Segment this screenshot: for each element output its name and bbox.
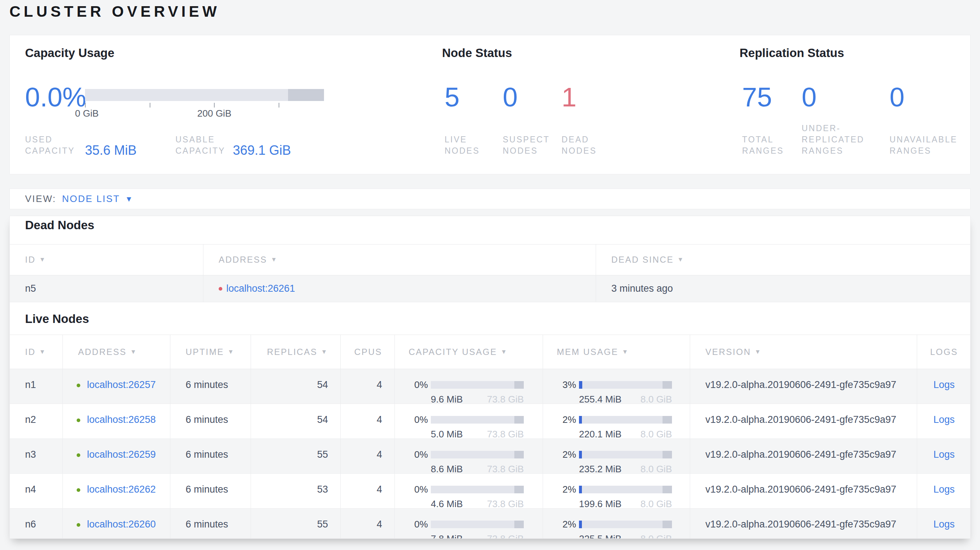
- node-address-link[interactable]: localhost:26258: [87, 414, 156, 425]
- mem-bar-reserved-segment: [663, 451, 672, 458]
- logs-link[interactable]: Logs: [934, 519, 955, 530]
- suspect-nodes-count: 0: [503, 84, 518, 111]
- node-cpus: 4: [340, 369, 395, 404]
- sort-desc-icon[interactable]: ▼: [755, 348, 762, 356]
- live-nodes-table: ID ▼ ADDRESS ▼ UPTIME ▼ REPLICAS ▼ CPUS …: [10, 335, 970, 539]
- sort-desc-icon[interactable]: ▼: [622, 348, 629, 356]
- node-replicas: 54: [251, 369, 340, 404]
- view-dropdown[interactable]: NODE LIST ▼: [62, 193, 133, 205]
- mem-bar-fill: [579, 486, 582, 493]
- capacity-usage-bar: [431, 486, 524, 493]
- dead-status-dot: [219, 287, 222, 291]
- node-replicas: 55: [251, 509, 340, 539]
- capacity-total-value: 73.8 GiB: [487, 533, 524, 539]
- capacity-percent: 0%: [395, 449, 428, 460]
- live-node-row: n2 localhost:26258 6 minutes 54 4 0% 5.0…: [10, 404, 970, 439]
- node-address-link[interactable]: localhost:26260: [87, 519, 156, 530]
- axis-tick: [85, 103, 86, 108]
- live-nodes-label: LIVE NODES: [445, 134, 499, 157]
- replication-status-heading: Replication Status: [740, 46, 844, 60]
- sort-desc-icon[interactable]: ▼: [228, 348, 235, 356]
- capacity-bar-reserved-segment: [514, 451, 524, 458]
- node-version: v19.2.0-alpha.20190606-2491-gfe735c9a97: [690, 404, 917, 439]
- node-address-link[interactable]: localhost:26259: [87, 449, 156, 460]
- used-capacity-label: USED CAPACITY: [25, 134, 87, 157]
- page-title: CLUSTER OVERVIEW: [10, 3, 220, 20]
- logs-link[interactable]: Logs: [934, 379, 955, 390]
- mem-bar-reserved-segment: [663, 416, 672, 424]
- node-address-link[interactable]: localhost:26262: [87, 484, 156, 495]
- live-node-row: n4 localhost:26262 6 minutes 53 4 0% 4.6…: [10, 474, 970, 509]
- mem-bar-reserved-segment: [663, 381, 672, 389]
- logs-link[interactable]: Logs: [934, 449, 955, 460]
- column-header-uptime[interactable]: UPTIME ▼: [170, 335, 251, 369]
- capacity-usage-percent: 0.0%: [25, 84, 86, 111]
- column-header-capacity-usage[interactable]: CAPACITY USAGE ▼: [395, 335, 542, 369]
- capacity-usage-bar: [431, 416, 524, 424]
- live-node-row: n6 localhost:26260 6 minutes 55 4 0% 7.8…: [10, 509, 970, 539]
- live-node-row: n3 localhost:26259 6 minutes 55 4 0% 8.6…: [10, 439, 970, 474]
- dead-nodes-table: ID ▼ ADDRESS ▼ DEAD SINCE ▼ n5 localhost…: [10, 244, 970, 302]
- node-capacity-usage: 0% 5.0 MiB 73.8 GiB: [395, 404, 542, 439]
- axis-tick: [150, 103, 150, 108]
- capacity-percent: 0%: [395, 484, 428, 495]
- dead-since-value: 3 minutes ago: [596, 275, 970, 302]
- column-header-dead-since[interactable]: DEAD SINCE ▼: [596, 245, 970, 275]
- column-header-replicas[interactable]: REPLICAS ▼: [251, 335, 340, 369]
- column-header-address[interactable]: ADDRESS ▼: [62, 335, 170, 369]
- logs-link[interactable]: Logs: [934, 484, 955, 495]
- sort-desc-icon[interactable]: ▼: [678, 256, 684, 263]
- column-header-id[interactable]: ID ▼: [10, 245, 203, 275]
- capacity-bar-reserved-segment: [514, 521, 524, 528]
- mem-usage-bar: [579, 381, 672, 389]
- dead-nodes-label: DEAD NODES: [562, 134, 616, 157]
- live-status-dot: [76, 418, 80, 422]
- node-replicas: 54: [251, 404, 340, 439]
- node-cpus: 4: [340, 439, 395, 473]
- capacity-used-value: 5.0 MiB: [431, 429, 463, 440]
- mem-percent: 2%: [543, 484, 576, 495]
- capacity-usage-bar: [85, 89, 324, 101]
- axis-tick: [214, 103, 215, 108]
- node-mem-usage: 2% 235.2 MiB 8.0 GiB: [542, 439, 690, 473]
- live-nodes-header-row: ID ▼ ADDRESS ▼ UPTIME ▼ REPLICAS ▼ CPUS …: [10, 335, 970, 369]
- node-address-link[interactable]: localhost:26257: [87, 379, 156, 390]
- capacity-total-value: 73.8 GiB: [487, 394, 524, 405]
- chevron-down-icon[interactable]: ▼: [125, 195, 132, 203]
- column-header-mem-usage[interactable]: MEM USAGE ▼: [542, 335, 690, 369]
- mem-usage-bar: [579, 486, 672, 493]
- capacity-used-value: 7.8 MiB: [431, 533, 463, 539]
- usable-capacity-label: USABLE CAPACITY: [175, 134, 237, 157]
- sort-desc-icon[interactable]: ▼: [321, 348, 328, 356]
- mem-usage-bar: [579, 451, 672, 458]
- column-header-address[interactable]: ADDRESS ▼: [203, 245, 596, 275]
- mem-percent: 3%: [543, 379, 576, 391]
- node-address-cell: localhost:26261: [203, 275, 596, 302]
- node-logs-cell: Logs: [917, 509, 970, 539]
- live-nodes-count: 5: [445, 84, 460, 111]
- sort-desc-icon[interactable]: ▼: [39, 348, 46, 356]
- column-header-version[interactable]: VERSION ▼: [690, 335, 917, 369]
- mem-bar-fill: [579, 381, 582, 389]
- column-header-id[interactable]: ID ▼: [10, 335, 62, 369]
- dead-nodes-heading: Dead Nodes: [25, 218, 94, 232]
- sort-desc-icon[interactable]: ▼: [39, 256, 46, 263]
- sort-desc-icon[interactable]: ▼: [501, 348, 508, 356]
- node-logs-cell: Logs: [917, 404, 970, 439]
- mem-percent: 2%: [543, 519, 576, 530]
- node-id: n1: [10, 369, 62, 404]
- sort-desc-icon[interactable]: ▼: [130, 348, 137, 356]
- logs-link[interactable]: Logs: [934, 414, 955, 425]
- mem-total-value: 8.0 GiB: [640, 429, 672, 440]
- sort-desc-icon[interactable]: ▼: [271, 256, 278, 263]
- view-dropdown-value[interactable]: NODE LIST: [62, 193, 120, 205]
- mem-bar-reserved-segment: [663, 521, 672, 528]
- node-version: v19.2.0-alpha.20190606-2491-gfe735c9a97: [690, 369, 917, 404]
- view-selector-bar: VIEW: NODE LIST ▼: [10, 189, 970, 209]
- node-version: v19.2.0-alpha.20190606-2491-gfe735c9a97: [690, 474, 917, 508]
- capacity-bar-reserved-segment: [514, 381, 524, 389]
- unavailable-ranges-count: 0: [889, 84, 904, 111]
- mem-total-value: 8.0 GiB: [640, 533, 672, 539]
- node-address-link[interactable]: localhost:26261: [226, 283, 295, 294]
- node-mem-usage: 2% 225.5 MiB 8.0 GiB: [542, 509, 690, 539]
